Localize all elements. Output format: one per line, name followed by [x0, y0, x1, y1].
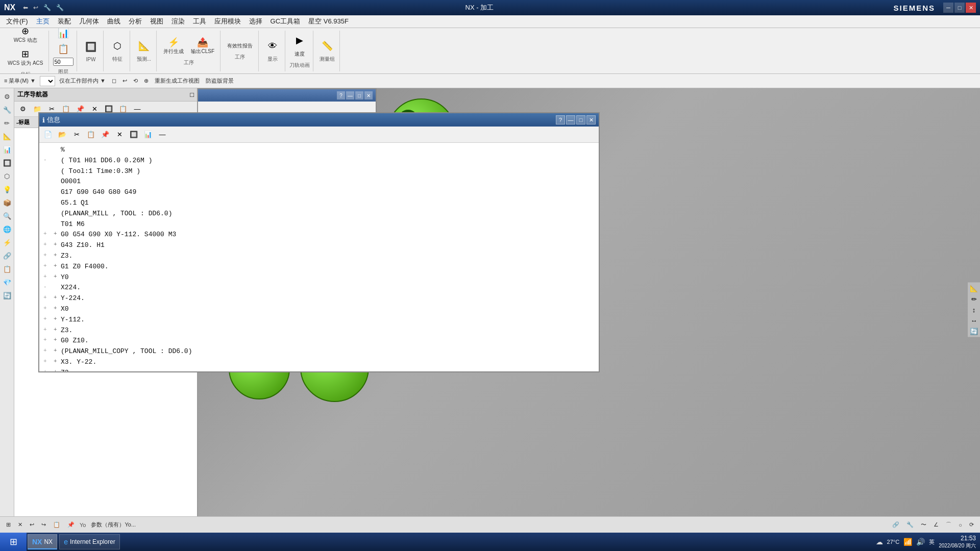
view-icon-2[interactable]: ✏: [970, 295, 978, 303]
parallel-gen-button[interactable]: ⚡ 并行生成: [161, 35, 186, 57]
shape-btn-2[interactable]: ↩: [120, 77, 129, 85]
status-curve-btn[interactable]: 〜: [919, 520, 928, 530]
info-close-btn[interactable]: ✕: [586, 115, 596, 124]
menu-item-analysis[interactable]: 分析: [125, 16, 146, 27]
taskbar-start[interactable]: ⊞: [0, 533, 27, 551]
info-tb-table[interactable]: 📊: [141, 128, 155, 141]
maximize-button[interactable]: □: [954, 3, 965, 13]
sidebar-btn-12[interactable]: ⚡: [1, 236, 13, 248]
status-btn-4[interactable]: ↪: [39, 520, 48, 529]
nav-tb-1[interactable]: ⚙: [16, 103, 30, 116]
sidebar-btn-16[interactable]: 🔄: [1, 289, 13, 302]
menu-item-geometry[interactable]: 几何体: [75, 16, 103, 27]
sidebar-btn-10[interactable]: 🔍: [1, 210, 13, 222]
sidebar-btn-6[interactable]: 🔲: [1, 157, 13, 169]
shape-btn-1[interactable]: ◻: [110, 77, 118, 85]
menu-item-select[interactable]: 选择: [245, 16, 266, 27]
info-content[interactable]: %-( T01 H01 DD6.0 0.26M )( Tool:1 Time:0…: [39, 143, 599, 371]
menu-item-curve[interactable]: 曲线: [103, 16, 125, 27]
sidebar-btn-13[interactable]: 🔗: [1, 249, 13, 262]
sidebar-btn-8[interactable]: 💡: [1, 183, 13, 195]
menu-item-home[interactable]: 主页: [32, 16, 54, 27]
measure-button[interactable]: 📏: [319, 39, 335, 53]
menu-item-file[interactable]: 文件(F): [2, 16, 32, 27]
post-config-close-btn[interactable]: ✕: [364, 91, 373, 99]
taskbar-ie[interactable]: e Internet Explorer: [59, 534, 120, 549]
status-btn-param[interactable]: 参数（颅有）Yo...: [89, 520, 138, 530]
view-icon-4[interactable]: ↔: [970, 316, 978, 324]
sidebar-btn-11[interactable]: 🌐: [1, 223, 13, 235]
navigator-close-btn[interactable]: □: [190, 91, 194, 98]
status-arc-btn[interactable]: ⌒: [944, 520, 953, 530]
display-button[interactable]: 👁: [265, 39, 280, 53]
info-tb-minus[interactable]: —: [156, 128, 169, 141]
menu-item-assembly[interactable]: 装配: [54, 16, 75, 27]
menu-item-starsky[interactable]: 星空 V6.935F: [304, 16, 353, 27]
toolbar-icon-3[interactable]: 🔧: [42, 3, 53, 12]
info-tb-open[interactable]: 📂: [56, 128, 69, 141]
post-config-help-btn[interactable]: ?: [337, 91, 345, 99]
post-config-restore-btn[interactable]: □: [355, 91, 363, 99]
status-btn-6[interactable]: 📌: [65, 520, 77, 529]
info-tb-paste[interactable]: 📌: [99, 128, 112, 141]
sidebar-btn-14[interactable]: 📋: [1, 263, 13, 275]
taskbar-nx[interactable]: NX NX: [28, 534, 57, 549]
menu-item-app[interactable]: 应用模块: [210, 16, 245, 27]
anti-counterfeit-btn[interactable]: 防盗版背景: [204, 76, 236, 86]
predict-button[interactable]: 📐: [136, 39, 152, 53]
info-minimize-btn[interactable]: —: [566, 115, 575, 124]
info-tb-copy[interactable]: 📋: [84, 128, 97, 141]
status-more-btn[interactable]: ⟳: [967, 520, 976, 529]
post-config-minimize-btn[interactable]: —: [346, 91, 354, 99]
view-setup-button[interactable]: 📊: [55, 28, 71, 40]
status-btn-1[interactable]: ⊞: [4, 520, 13, 529]
feature-button[interactable]: ⬡: [111, 39, 124, 53]
sidebar-btn-9[interactable]: 📦: [1, 196, 13, 209]
status-chain-btn[interactable]: 🔗: [890, 520, 901, 529]
close-button[interactable]: ✕: [966, 3, 976, 13]
zoom-input[interactable]: [53, 58, 74, 66]
play-button[interactable]: ▶: [293, 33, 306, 47]
wcs-set-button[interactable]: ⊞ WCS 设为 ACS: [5, 47, 45, 68]
operation-select[interactable]: [40, 76, 55, 86]
sidebar-btn-4[interactable]: 📐: [1, 130, 13, 142]
sidebar-btn-3[interactable]: ✏: [1, 117, 13, 129]
info-tb-new[interactable]: 📄: [41, 128, 55, 141]
toolbar-icon-2[interactable]: ↩: [32, 3, 40, 12]
status-btn-3[interactable]: ↩: [28, 520, 36, 529]
toolbar-icon-4[interactable]: 🔧: [55, 3, 65, 12]
status-btn-2[interactable]: ✕: [16, 520, 24, 529]
ipw-button[interactable]: 🔲: [83, 40, 99, 54]
filter-btn[interactable]: 仅在工作部件内 ▼: [57, 76, 108, 86]
status-btn-5[interactable]: 📋: [51, 520, 62, 529]
minimize-button[interactable]: ─: [943, 3, 953, 13]
output-clsf-button[interactable]: 📤 输出CLSF: [188, 35, 217, 57]
speed-button[interactable]: 速度: [292, 49, 307, 59]
info-help-btn[interactable]: ?: [556, 115, 565, 124]
sidebar-btn-15[interactable]: 💎: [1, 276, 13, 288]
sidebar-btn-7[interactable]: ⬡: [1, 170, 13, 182]
view-icon-3[interactable]: ↕: [970, 306, 978, 313]
info-tb-scissors[interactable]: ✂: [70, 128, 83, 141]
menu-item-gc[interactable]: GC工具箱: [266, 16, 305, 27]
info-restore-btn[interactable]: □: [576, 115, 585, 124]
wcs-dynamic-button[interactable]: ⊕ WCS 动态: [11, 28, 40, 45]
status-circle-btn[interactable]: ○: [957, 521, 964, 529]
info-tb-frame[interactable]: 🔲: [127, 128, 140, 141]
menu-btn[interactable]: ≡ 菜单(M) ▼: [2, 76, 38, 86]
toolbar-icon-1[interactable]: ⬅: [21, 3, 30, 12]
view-icon-5[interactable]: 🔄: [970, 327, 978, 335]
menu-item-view[interactable]: 视图: [146, 16, 167, 27]
info-tb-delete[interactable]: ✕: [113, 128, 126, 141]
redraw-btn[interactable]: 重新生成工作视图: [153, 76, 202, 86]
sidebar-btn-5[interactable]: 📊: [1, 143, 13, 156]
view-icon-1[interactable]: 📐: [970, 284, 978, 292]
shape-btn-3[interactable]: ⟲: [131, 77, 140, 85]
copy-view-button[interactable]: 📋: [55, 42, 71, 56]
menu-item-tools[interactable]: 工具: [189, 16, 210, 27]
status-angle-btn[interactable]: ∠: [932, 520, 941, 529]
sidebar-btn-2[interactable]: 🔧: [1, 104, 13, 116]
sidebar-btn-1[interactable]: ⚙: [1, 90, 13, 103]
effective-report-button[interactable]: 有效性报告: [225, 41, 255, 51]
snap-btn[interactable]: ⊕: [142, 77, 151, 85]
